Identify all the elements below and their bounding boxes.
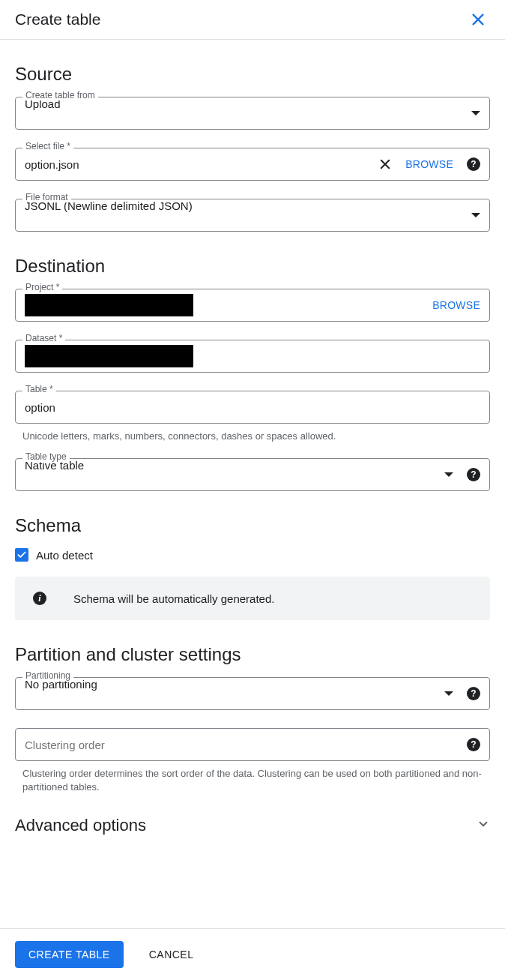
table-name-helper: Unicode letters, marks, numbers, connect…: [22, 430, 490, 443]
file-format-select[interactable]: JSONL (Newline delimited JSON): [15, 199, 490, 232]
partitioning-label: Partitioning: [22, 670, 73, 681]
file-format-value: JSONL (Newline delimited JSON): [25, 199, 465, 231]
browse-file-button[interactable]: BROWSE: [405, 158, 453, 170]
table-name-label: Table *: [22, 384, 56, 394]
panel-footer: CREATE TABLE CANCEL: [0, 928, 505, 980]
clustering-helper: Clustering order determines the sort ord…: [22, 767, 490, 794]
project-label: Project *: [22, 282, 62, 292]
table-name-input[interactable]: [25, 391, 480, 423]
auto-detect-checkbox[interactable]: [15, 548, 28, 562]
destination-heading: Destination: [15, 256, 490, 277]
check-icon: [16, 550, 27, 560]
file-format-label: File format: [22, 192, 71, 202]
advanced-options-toggle[interactable]: Advanced options: [15, 816, 490, 835]
select-file-field: BROWSE ?: [15, 148, 490, 181]
table-type-label: Table type: [22, 451, 70, 462]
close-icon: [378, 157, 392, 171]
create-table-from-select[interactable]: Upload: [15, 97, 490, 130]
help-icon[interactable]: ?: [467, 738, 480, 751]
chevron-down-icon: [477, 817, 490, 834]
auto-detect-label: Auto detect: [36, 549, 93, 562]
table-type-select[interactable]: Native table ?: [15, 458, 490, 491]
table-type-value: Native table: [25, 459, 438, 490]
partitioning-value: No partitioning: [25, 678, 438, 709]
dropdown-icon: [471, 213, 480, 217]
create-table-from-value: Upload: [25, 97, 465, 129]
dropdown-icon: [444, 691, 453, 696]
browse-project-button[interactable]: BROWSE: [432, 299, 480, 311]
clustering-order-field: ?: [15, 728, 490, 761]
dropdown-icon: [444, 472, 453, 477]
dropdown-icon: [471, 111, 480, 115]
clear-file-button[interactable]: [378, 157, 392, 171]
project-value-redacted: [25, 294, 193, 316]
schema-info-text: Schema will be automatically generated.: [73, 592, 274, 605]
dataset-label: Dataset *: [22, 333, 65, 343]
help-icon[interactable]: ?: [467, 687, 480, 700]
dataset-value-redacted: [25, 345, 193, 367]
create-table-from-label: Create table from: [22, 90, 98, 100]
partitioning-select[interactable]: No partitioning ?: [15, 677, 490, 710]
schema-info-banner: i Schema will be automatically generated…: [15, 577, 490, 620]
advanced-options-label: Advanced options: [15, 816, 146, 835]
partition-heading: Partition and cluster settings: [15, 644, 490, 665]
select-file-input[interactable]: [25, 148, 378, 180]
clustering-order-input[interactable]: [25, 729, 467, 760]
help-icon[interactable]: ?: [467, 157, 480, 171]
create-table-button[interactable]: CREATE TABLE: [15, 941, 124, 968]
source-heading: Source: [15, 64, 490, 85]
table-name-field: [15, 391, 490, 424]
panel-header: Create table: [0, 0, 505, 40]
project-field[interactable]: BROWSE: [15, 289, 490, 322]
cancel-button[interactable]: CANCEL: [145, 948, 199, 961]
info-icon: i: [33, 592, 46, 605]
dataset-field[interactable]: [15, 340, 490, 373]
select-file-label: Select file *: [22, 141, 73, 151]
panel-title: Create table: [15, 10, 100, 28]
help-icon[interactable]: ?: [467, 468, 480, 481]
schema-heading: Schema: [15, 515, 490, 536]
close-button[interactable]: [466, 7, 490, 31]
close-icon: [470, 11, 486, 28]
